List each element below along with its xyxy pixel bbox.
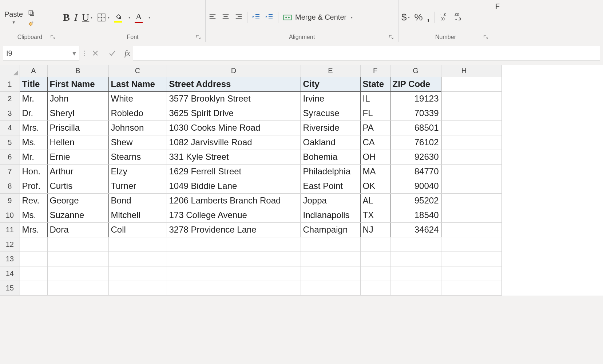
cell[interactable] bbox=[360, 266, 390, 281]
cell[interactable]: Elzy bbox=[108, 164, 167, 179]
cell[interactable] bbox=[441, 150, 487, 164]
cell[interactable] bbox=[487, 77, 501, 91]
cell[interactable]: OK bbox=[360, 179, 390, 193]
cell[interactable] bbox=[487, 266, 501, 281]
insert-function-button[interactable]: fx bbox=[122, 48, 132, 58]
cell[interactable] bbox=[487, 193, 501, 208]
number-dialog-launcher[interactable] bbox=[483, 35, 489, 40]
cell[interactable]: PA bbox=[360, 120, 390, 135]
cell[interactable]: TX bbox=[360, 208, 390, 222]
cell[interactable] bbox=[360, 281, 390, 295]
cell[interactable] bbox=[20, 281, 47, 295]
cell[interactable]: Ms. bbox=[20, 135, 47, 150]
copy-icon[interactable] bbox=[27, 9, 35, 17]
chevron-down-icon[interactable]: ▾ bbox=[108, 15, 110, 19]
cell[interactable] bbox=[167, 252, 301, 266]
cell[interactable]: Street Address bbox=[167, 77, 301, 91]
cell[interactable]: Joppa bbox=[301, 193, 360, 208]
cell[interactable] bbox=[301, 237, 360, 252]
cell[interactable] bbox=[47, 237, 108, 252]
cell[interactable]: Mr. bbox=[20, 150, 47, 164]
cell[interactable] bbox=[47, 281, 108, 295]
format-painter-icon[interactable] bbox=[27, 19, 35, 27]
cell[interactable]: CA bbox=[360, 135, 390, 150]
font-color-button[interactable]: A bbox=[135, 12, 143, 23]
cell[interactable] bbox=[487, 222, 501, 237]
cell[interactable] bbox=[20, 266, 47, 281]
chevron-down-icon[interactable]: ▾ bbox=[408, 15, 410, 19]
row-header[interactable]: 9 bbox=[0, 193, 20, 208]
cell[interactable] bbox=[441, 193, 487, 208]
column-header[interactable] bbox=[487, 65, 501, 77]
cell[interactable]: Mitchell bbox=[108, 208, 167, 222]
cell[interactable] bbox=[441, 164, 487, 179]
cell[interactable]: 1082 Jarvisville Road bbox=[167, 135, 301, 150]
cell[interactable] bbox=[487, 252, 501, 266]
cell[interactable]: Philadelphia bbox=[301, 164, 360, 179]
merge-center-button[interactable]: Merge & Center ▾ bbox=[283, 13, 353, 22]
cell[interactable]: Turner bbox=[108, 179, 167, 193]
cell[interactable]: Suzanne bbox=[47, 208, 108, 222]
cell[interactable]: IL bbox=[360, 91, 390, 106]
name-box[interactable]: I9 ▾ bbox=[3, 46, 79, 60]
cell[interactable]: Irvine bbox=[301, 91, 360, 106]
cell[interactable]: NJ bbox=[360, 222, 390, 237]
row-header[interactable]: 10 bbox=[0, 208, 20, 222]
cell[interactable]: 3577 Brooklyn Street bbox=[167, 91, 301, 106]
cell[interactable] bbox=[108, 252, 167, 266]
cell[interactable]: FL bbox=[360, 106, 390, 120]
cell[interactable]: Mr. bbox=[20, 91, 47, 106]
cell[interactable] bbox=[20, 237, 47, 252]
cell[interactable]: 34624 bbox=[390, 222, 441, 237]
align-center-button[interactable] bbox=[222, 13, 230, 22]
column-header[interactable]: F bbox=[360, 65, 390, 77]
align-left-button[interactable] bbox=[209, 13, 217, 22]
cell[interactable]: Stearns bbox=[108, 150, 167, 164]
chevron-down-icon[interactable]: ▾ bbox=[72, 49, 76, 58]
cell[interactable] bbox=[441, 208, 487, 222]
cell[interactable]: Dr. bbox=[20, 106, 47, 120]
cell[interactable] bbox=[20, 252, 47, 266]
cell[interactable]: 1206 Lamberts Branch Road bbox=[167, 193, 301, 208]
currency-button[interactable]: $▾ bbox=[401, 12, 410, 23]
cell[interactable]: Coll bbox=[108, 222, 167, 237]
row-header[interactable]: 1 bbox=[0, 77, 20, 91]
cell[interactable] bbox=[441, 222, 487, 237]
cell[interactable] bbox=[441, 91, 487, 106]
cell[interactable]: Johnson bbox=[108, 120, 167, 135]
cell[interactable]: 331 Kyle Street bbox=[167, 150, 301, 164]
cell[interactable]: 3278 Providence Lane bbox=[167, 222, 301, 237]
cell[interactable] bbox=[441, 120, 487, 135]
chevron-down-icon[interactable]: ▾ bbox=[351, 15, 353, 19]
row-header[interactable]: 13 bbox=[0, 252, 20, 266]
cell[interactable]: First Name bbox=[47, 77, 108, 91]
cell[interactable]: 70339 bbox=[390, 106, 441, 120]
cell[interactable]: AL bbox=[360, 193, 390, 208]
cell[interactable]: 1049 Biddie Lane bbox=[167, 179, 301, 193]
column-header[interactable]: D bbox=[167, 65, 301, 77]
column-header[interactable]: C bbox=[108, 65, 167, 77]
cell[interactable]: State bbox=[360, 77, 390, 91]
cell[interactable] bbox=[108, 266, 167, 281]
cell[interactable]: Dora bbox=[47, 222, 108, 237]
row-header[interactable]: 3 bbox=[0, 106, 20, 120]
cell[interactable] bbox=[487, 164, 501, 179]
cell[interactable] bbox=[487, 150, 501, 164]
cancel-formula-button[interactable] bbox=[89, 47, 102, 60]
cell[interactable]: Riverside bbox=[301, 120, 360, 135]
cell[interactable] bbox=[390, 266, 441, 281]
cell[interactable]: George bbox=[47, 193, 108, 208]
cell[interactable]: Mrs. bbox=[20, 120, 47, 135]
row-header[interactable]: 7 bbox=[0, 164, 20, 179]
cell[interactable] bbox=[390, 237, 441, 252]
chevron-down-icon[interactable]: ▾ bbox=[128, 15, 130, 19]
clipboard-dialog-launcher[interactable] bbox=[50, 35, 56, 40]
cell[interactable] bbox=[360, 237, 390, 252]
cell[interactable] bbox=[360, 252, 390, 266]
comma-style-button[interactable]: , bbox=[427, 12, 430, 23]
cell[interactable]: MA bbox=[360, 164, 390, 179]
row-header[interactable]: 2 bbox=[0, 91, 20, 106]
underline-button[interactable]: U▾ bbox=[82, 12, 92, 23]
row-header[interactable]: 15 bbox=[0, 281, 20, 295]
increase-indent-button[interactable] bbox=[265, 12, 274, 22]
